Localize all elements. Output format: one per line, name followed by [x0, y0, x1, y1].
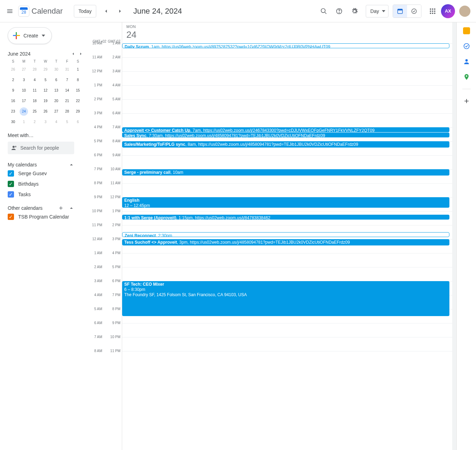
svg-point-5 [412, 9, 416, 14]
calendar-view-button[interactable] [393, 5, 407, 17]
contacts-icon[interactable] [463, 58, 470, 65]
mini-cal-day[interactable]: 2 [8, 76, 19, 84]
svg-point-15 [13, 146, 15, 148]
calendar-event[interactable]: English12 – 12:45pm [122, 197, 449, 208]
mini-cal-day[interactable]: 6 [51, 76, 62, 84]
hour-label-row: 1 PM4 AM [87, 83, 122, 97]
vertical-scrollbar[interactable] [452, 22, 456, 450]
calendar-event[interactable]: Sales Sync, 7:30am, https://us02web.zoom… [122, 133, 449, 137]
mini-cal-day[interactable]: 8 [72, 76, 83, 84]
calendar-event[interactable]: Serge - preliminary call, 10am [122, 169, 449, 176]
mini-cal-day[interactable]: 20 [51, 97, 62, 105]
mini-cal-day[interactable]: 9 [8, 86, 19, 95]
mini-cal-day[interactable]: 16 [8, 97, 19, 105]
calendar-item[interactable]: ✓Tasks [8, 191, 83, 198]
mini-cal-day[interactable]: 22 [72, 97, 83, 105]
calendar-event[interactable]: Approveit <> Customer Catch Up, 7am, htt… [122, 127, 449, 132]
search-people-input[interactable]: Search for people [8, 142, 74, 154]
svg-point-12 [430, 13, 431, 14]
calendar-checkbox[interactable]: ✓ [8, 181, 14, 187]
mini-cal-day[interactable]: 15 [72, 86, 83, 95]
mini-cal-day[interactable]: 30 [51, 65, 62, 74]
next-day-button[interactable] [113, 4, 127, 18]
hour-label-row: 1 AM4 PM [87, 251, 122, 265]
mini-cal-day[interactable]: 2 [29, 118, 40, 126]
mini-cal-day[interactable]: 28 [62, 107, 72, 116]
calendar-item[interactable]: ✓Serge Gusev [8, 170, 83, 177]
mini-cal-day[interactable]: 19 [40, 97, 51, 105]
calendar-event[interactable]: Tess Suchoff <> Approveit, 3pm, https://… [122, 239, 449, 245]
mini-cal-day[interactable]: 10 [19, 86, 29, 95]
mini-cal-day[interactable]: 11 [29, 86, 40, 95]
extension-badge[interactable]: AX [441, 4, 455, 18]
mini-cal-day[interactable]: 5 [40, 76, 51, 84]
search-button[interactable] [317, 4, 331, 18]
add-calendar-button[interactable] [58, 205, 64, 211]
hour-label-row: 7 PM10 AM [87, 167, 122, 181]
mini-cal-day[interactable]: 13 [51, 86, 62, 95]
calendar-event[interactable]: Daily Scrum, 1am, https://us06web.zoom.u… [122, 43, 449, 48]
calendar-name: TSB Program Calendar [18, 214, 69, 220]
mini-cal-day[interactable]: 7 [62, 76, 72, 84]
mini-cal-day[interactable]: 3 [40, 118, 51, 126]
map-pin-icon [463, 73, 470, 80]
create-button[interactable]: Create [8, 27, 52, 44]
mini-cal-day[interactable]: 3 [19, 76, 29, 84]
mini-cal-day[interactable]: 27 [19, 65, 29, 74]
settings-button[interactable] [348, 4, 362, 18]
mini-cal-day[interactable]: 25 [29, 107, 40, 116]
mini-cal-day[interactable]: 27 [51, 107, 62, 116]
calendar-checkbox[interactable]: ✓ [8, 170, 14, 177]
mini-cal-day[interactable]: 23 [8, 107, 19, 116]
mini-cal-day[interactable]: 1 [72, 65, 83, 74]
calendar-item[interactable]: ✓Birthdays [8, 181, 83, 187]
app-name: Calendar [31, 7, 63, 16]
plus-icon [58, 205, 64, 211]
svg-point-0 [321, 8, 326, 13]
keep-icon[interactable] [463, 27, 470, 34]
mini-cal-prev[interactable] [71, 51, 76, 56]
other-calendars-toggle[interactable] [69, 205, 74, 211]
main-menu-button[interactable] [3, 4, 17, 18]
get-addons-button[interactable] [463, 98, 470, 105]
view-selector[interactable]: Day [366, 5, 388, 17]
mini-cal-day[interactable]: 5 [62, 118, 72, 126]
mini-cal-day[interactable]: 24 [20, 107, 28, 116]
mini-cal-day[interactable]: 26 [8, 65, 19, 74]
mini-cal-day[interactable]: 12 [40, 86, 51, 95]
tasks-view-button[interactable] [407, 5, 421, 17]
my-calendars-toggle[interactable] [69, 162, 74, 167]
mini-cal-day[interactable]: 31 [62, 65, 72, 74]
mini-cal-day[interactable]: 28 [29, 65, 40, 74]
mini-cal-day[interactable]: 29 [40, 65, 51, 74]
mini-cal-day[interactable]: 4 [51, 118, 62, 126]
tasks-icon[interactable] [463, 43, 470, 50]
svg-point-18 [465, 59, 468, 62]
mini-cal-day[interactable]: 1 [19, 118, 29, 126]
mini-cal-next[interactable] [78, 51, 83, 56]
mini-cal-day[interactable]: 4 [29, 76, 40, 84]
hour-label-row: 4 AM7 PM [87, 293, 122, 307]
calendar-event[interactable]: SF Tech: CEO Mixer6 – 8:30pmThe Foundry … [122, 281, 449, 316]
calendar-checkbox[interactable]: ✓ [8, 191, 14, 198]
mini-cal-day[interactable]: 21 [62, 97, 72, 105]
support-button[interactable] [332, 4, 346, 18]
apps-grid-icon [429, 8, 436, 14]
mini-cal-day[interactable]: 30 [8, 118, 19, 126]
maps-icon[interactable] [463, 73, 470, 80]
mini-cal-day[interactable]: 26 [40, 107, 51, 116]
account-avatar[interactable] [459, 6, 470, 17]
mini-cal-day[interactable]: 6 [72, 118, 83, 126]
today-button[interactable]: Today [74, 5, 96, 17]
calendar-event[interactable]: Zeni Reconnect, 2:30pm [122, 232, 449, 237]
google-apps-button[interactable] [426, 4, 440, 18]
calendar-checkbox[interactable]: ✓ [8, 214, 14, 220]
prev-day-button[interactable] [99, 4, 113, 18]
calendar-event[interactable]: Sales/Marketing/ToF/PLG sync, 8am, https… [122, 141, 449, 148]
mini-cal-day[interactable]: 17 [19, 97, 29, 105]
mini-cal-day[interactable]: 14 [62, 86, 72, 95]
calendar-item[interactable]: ✓TSB Program Calendar [8, 214, 83, 220]
mini-cal-day[interactable]: 18 [29, 97, 40, 105]
mini-cal-day[interactable]: 29 [72, 107, 83, 116]
calendar-event[interactable]: 1:1 with Serge (Approveit), 1:15pm, http… [122, 215, 449, 220]
